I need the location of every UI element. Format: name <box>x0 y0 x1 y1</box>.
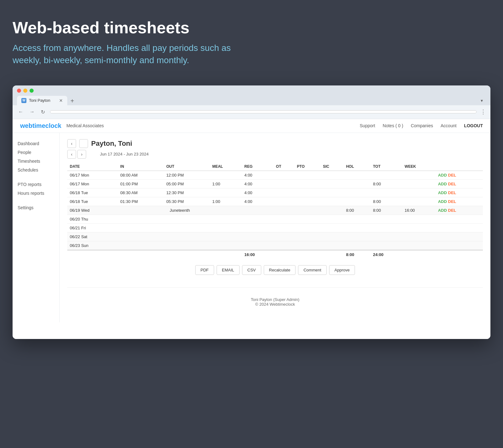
hero-subtitle: Access from anywhere. Handles all pay pe… <box>13 42 233 66</box>
totals-label <box>67 250 118 259</box>
new-tab-button[interactable]: + <box>67 96 77 105</box>
table-cell <box>274 223 295 232</box>
table-cell <box>371 223 402 232</box>
comment-button[interactable]: Comment <box>298 265 326 275</box>
sidebar-item-timesheets[interactable]: Timesheets <box>18 157 54 166</box>
table-cell <box>320 188 344 197</box>
sidebar: Dashboard People Timesheets Schedules PT… <box>13 133 60 322</box>
delete-entry-button[interactable]: DEL <box>448 182 456 186</box>
table-cell <box>371 171 402 179</box>
companies-link[interactable]: Companies <box>411 123 433 128</box>
notes-link[interactable]: Notes ( 0 ) <box>383 123 403 128</box>
table-cell <box>210 171 242 179</box>
traffic-lights <box>17 89 486 93</box>
browser-chrome: W Toni Payton ✕ + ▾ <box>13 85 490 105</box>
delete-entry-button[interactable]: DEL <box>448 199 456 204</box>
table-cell <box>295 215 321 223</box>
browser-window: W Toni Payton ✕ + ▾ ← → ↻ ⋮ webtimeclock… <box>13 85 490 339</box>
row-actions <box>435 232 483 241</box>
table-cell <box>344 223 371 232</box>
col-pto: PTO <box>295 162 321 171</box>
support-link[interactable]: Support <box>360 123 375 128</box>
table-cell <box>164 223 210 232</box>
table-cell <box>402 232 435 241</box>
browser-back-button[interactable]: ← <box>17 108 25 116</box>
table-cell <box>242 215 274 223</box>
col-tot: TOT <box>371 162 402 171</box>
table-cell <box>295 197 321 206</box>
next-week-button[interactable]: › <box>77 150 86 159</box>
tab-close-button[interactable]: ✕ <box>59 98 63 103</box>
totals-tot: 24:00 <box>371 250 402 259</box>
table-row: 06/18 Tue08:30 AM12:30 PM4:00ADD DEL <box>67 188 483 197</box>
account-link[interactable]: Account <box>441 123 457 128</box>
sidebar-item-people[interactable]: People <box>18 148 54 157</box>
table-cell: 12:00 PM <box>164 171 210 179</box>
pdf-button[interactable]: PDF <box>195 265 214 275</box>
delete-entry-button[interactable]: DEL <box>448 190 456 195</box>
col-out: OUT <box>164 162 210 171</box>
approve-button[interactable]: Approve <box>329 265 355 275</box>
table-cell <box>295 241 321 250</box>
table-cell <box>344 232 371 241</box>
browser-nav-bar: ← → ↻ ⋮ <box>13 105 490 119</box>
table-cell <box>402 197 435 206</box>
table-row: 06/21 Fri <box>67 223 483 232</box>
logout-link[interactable]: LOGOUT <box>464 123 483 128</box>
delete-entry-button[interactable]: DEL <box>448 173 456 178</box>
table-cell <box>320 197 344 206</box>
table-cell <box>164 232 210 241</box>
sidebar-item-hours-reports[interactable]: Hours reports <box>18 189 54 198</box>
add-entry-button[interactable]: ADD <box>438 199 447 204</box>
table-cell <box>274 215 295 223</box>
table-cell: 4:00 <box>242 197 274 206</box>
delete-entry-button[interactable]: DEL <box>448 208 456 213</box>
browser-refresh-button[interactable]: ↻ <box>40 108 46 116</box>
footer-user: Toni Payton (Super Admin) <box>77 297 473 302</box>
table-cell: 12:30 PM <box>164 188 210 197</box>
address-bar[interactable] <box>50 110 477 113</box>
add-entry-button[interactable]: ADD <box>438 208 447 213</box>
table-row: 06/23 Sun <box>67 241 483 250</box>
employee-select-box[interactable] <box>79 139 88 148</box>
table-cell <box>242 206 274 215</box>
maximize-traffic-light[interactable] <box>30 89 34 93</box>
recalculate-button[interactable]: Recalculate <box>264 265 296 275</box>
browser-forward-button[interactable]: → <box>28 108 36 116</box>
table-cell: 06/18 Tue <box>67 188 118 197</box>
col-hol: HOL <box>344 162 371 171</box>
table-cell: 4:00 <box>242 171 274 179</box>
sidebar-item-schedules[interactable]: Schedules <box>18 166 54 174</box>
row-actions: ADD DEL <box>435 171 483 179</box>
browser-tab[interactable]: W Toni Payton ✕ <box>17 96 67 105</box>
table-cell <box>295 206 321 215</box>
table-cell: 06/17 Mon <box>67 179 118 188</box>
csv-button[interactable]: CSV <box>242 265 261 275</box>
browser-menu-button[interactable]: ⋮ <box>480 108 486 115</box>
row-actions <box>435 241 483 250</box>
minimize-traffic-light[interactable] <box>23 89 27 93</box>
col-in: IN <box>118 162 164 171</box>
table-cell <box>371 188 402 197</box>
email-button[interactable]: EMAIL <box>217 265 240 275</box>
table-cell <box>402 179 435 188</box>
company-name: Medical Associates <box>66 123 104 128</box>
prev-week-button[interactable]: ‹ <box>67 150 76 159</box>
table-cell: 16:00 <box>402 206 435 215</box>
table-cell <box>320 171 344 179</box>
col-sic: SIC <box>320 162 344 171</box>
table-cell: 1:00 <box>210 197 242 206</box>
close-traffic-light[interactable] <box>17 89 21 93</box>
add-entry-button[interactable]: ADD <box>438 173 447 178</box>
prev-employee-button[interactable]: ‹ <box>67 139 76 148</box>
table-cell: 06/22 Sat <box>67 232 118 241</box>
date-range: Jun 17 2024 - Jun 23 2024 <box>100 152 149 156</box>
table-cell <box>210 215 242 223</box>
add-entry-button[interactable]: ADD <box>438 190 447 195</box>
footer-copyright: © 2024 Webtimeclock <box>77 302 473 307</box>
sidebar-item-settings[interactable]: Settings <box>18 203 54 212</box>
tab-dropdown-button[interactable]: ▾ <box>478 96 486 105</box>
sidebar-item-dashboard[interactable]: Dashboard <box>18 139 54 148</box>
sidebar-item-pto-reports[interactable]: PTO reports <box>18 180 54 189</box>
add-entry-button[interactable]: ADD <box>438 182 447 186</box>
